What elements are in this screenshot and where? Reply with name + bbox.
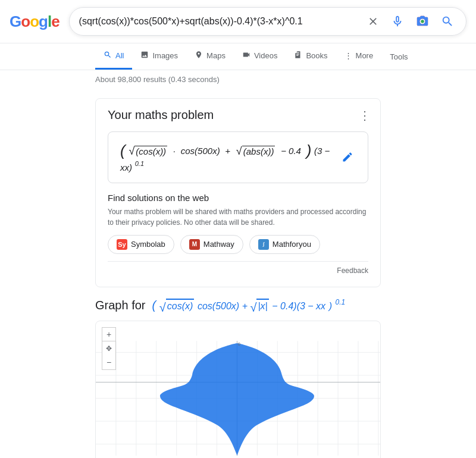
results-info: About 98,800 results (0.43 seconds) <box>0 70 476 89</box>
search-tab-icon <box>104 51 112 61</box>
tab-images[interactable]: Images <box>132 43 186 70</box>
search-bar <box>69 7 466 36</box>
close-icon <box>367 15 379 27</box>
books-tab-icon <box>294 51 302 61</box>
zoom-in-button[interactable]: + <box>102 327 116 341</box>
symbolab-label: Symbolab <box>131 240 165 249</box>
find-solutions-desc: Your maths problem will be shared with m… <box>108 206 368 228</box>
more-tab-icon: ⋮ <box>345 51 352 60</box>
providers-list: Sy Symbolab M Mathway ∫ Mathforyou <box>108 235 368 254</box>
graph-title-prefix: Graph for <box>95 299 145 312</box>
symbolab-button[interactable]: Sy Symbolab <box>108 235 174 254</box>
graph-svg: -3.5 -3 -2.5 -2 -1.5 -1 0 0.5 1 1.5 2 2.… <box>96 321 380 458</box>
maps-tab-icon <box>195 51 203 61</box>
tools-button[interactable]: Tools <box>381 45 416 68</box>
find-solutions-section: Find solutions on the web Your maths pro… <box>108 193 368 254</box>
mathway-icon: M <box>189 239 200 250</box>
google-search-button[interactable] <box>439 12 456 30</box>
mathway-label: Mathway <box>203 240 234 249</box>
edit-formula-button[interactable] <box>339 149 356 165</box>
math-problem-card: Your maths problem ⋮ ( √ (cos(x)) · cos(… <box>95 98 381 287</box>
symbolab-icon: Sy <box>117 239 127 250</box>
images-tab-icon <box>140 51 149 61</box>
feedback-link[interactable]: Feedback <box>337 266 368 275</box>
graph-canvas: -3.5 -3 -2.5 -2 -1.5 -1 0 0.5 1 1.5 2 2.… <box>96 321 380 458</box>
svg-point-0 <box>421 20 424 23</box>
feedback-row: Feedback <box>108 261 368 277</box>
graph-container: + ✥ − <box>95 321 381 458</box>
formula-display: ( √ (cos(x)) · cos(500x) + √ (abs(x)) − … <box>120 142 339 173</box>
tab-maps-label: Maps <box>206 51 226 60</box>
tab-all[interactable]: All <box>95 43 132 70</box>
graph-title: Graph for ( √ cos(x) cos(500x) + √ |x| −… <box>95 297 381 313</box>
card-menu-button[interactable]: ⋮ <box>359 108 371 123</box>
microphone-icon <box>391 15 404 28</box>
pan-button[interactable]: ✥ <box>102 341 116 356</box>
tab-maps[interactable]: Maps <box>186 43 234 70</box>
clear-search-button[interactable] <box>365 13 381 30</box>
tab-more-label: More <box>356 51 374 60</box>
mathforyou-icon: ∫ <box>258 239 269 250</box>
videos-tab-icon <box>242 51 250 61</box>
header: Google <box>0 0 476 43</box>
image-search-button[interactable] <box>414 12 431 30</box>
voice-search-button[interactable] <box>389 12 406 30</box>
find-solutions-title: Find solutions on the web <box>108 193 368 203</box>
nav-tabs: All Images Maps Videos Books ⋮ More Tool… <box>0 43 476 70</box>
graph-controls: + ✥ − <box>102 327 116 370</box>
tab-videos[interactable]: Videos <box>234 43 286 70</box>
search-input[interactable] <box>79 16 360 27</box>
zoom-out-button[interactable]: − <box>102 356 116 370</box>
pencil-icon <box>342 151 353 163</box>
tab-more[interactable]: ⋮ More <box>336 44 382 69</box>
tab-videos-label: Videos <box>254 51 278 60</box>
google-logo: Google <box>10 12 60 31</box>
camera-icon <box>416 15 429 28</box>
mathway-button[interactable]: M Mathway <box>180 235 243 254</box>
search-icon <box>441 15 454 28</box>
card-title: Your maths problem <box>108 108 368 122</box>
graph-formula: ( √ cos(x) cos(500x) + √ |x| − 0.4)(3 − … <box>149 299 345 312</box>
graph-section: Graph for ( √ cos(x) cos(500x) + √ |x| −… <box>95 297 381 458</box>
tab-books-label: Books <box>306 51 327 60</box>
math-formula-box: ( √ (cos(x)) · cos(500x) + √ (abs(x)) − … <box>108 131 368 183</box>
tab-images-label: Images <box>152 51 178 60</box>
mathforyou-button[interactable]: ∫ Mathforyou <box>249 235 320 254</box>
mathforyou-label: Mathforyou <box>273 240 311 249</box>
tab-books[interactable]: Books <box>286 43 336 70</box>
tab-all-label: All <box>115 51 124 60</box>
svg-text:0: 0 <box>238 342 240 346</box>
